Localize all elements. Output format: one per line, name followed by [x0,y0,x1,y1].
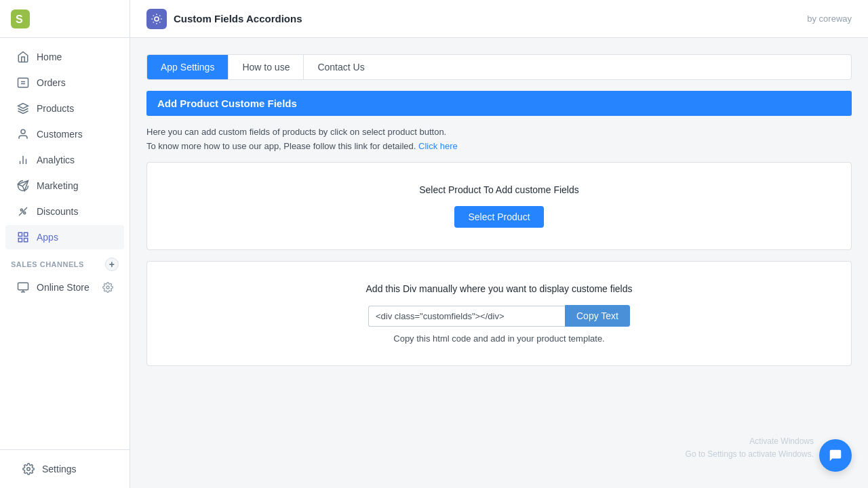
online-store-icon [16,281,30,294]
info-line-2: To know more how to use our app, Please … [146,141,852,151]
code-input[interactable] [368,306,565,327]
code-row: Copy Text [368,305,630,327]
tab-how-to-use[interactable]: How to use [229,55,304,79]
svg-rect-2 [18,78,28,87]
tab-bar: App Settings How to use Contact Us [146,54,852,80]
sidebar-item-orders-label: Orders [37,77,66,88]
add-sales-channel-button[interactable]: + [105,258,119,271]
app-icon [146,9,167,29]
svg-rect-17 [18,283,28,290]
svg-point-11 [24,212,26,214]
main-content: Custom Fields Accordions by coreway App … [130,0,868,488]
topbar-left: Custom Fields Accordions [146,9,302,29]
sidebar-logo: S [0,0,130,38]
sidebar: S Home Orders [0,0,130,488]
sidebar-item-analytics[interactable]: Analytics [5,148,124,172]
click-here-link[interactable]: Click here [418,141,458,151]
settings-label: Settings [42,464,77,474]
tab-contact-us[interactable]: Contact Us [304,55,378,79]
orders-icon [16,76,30,89]
sidebar-item-analytics-label: Analytics [37,155,75,165]
topbar: Custom Fields Accordions by coreway [130,0,868,38]
svg-rect-14 [24,232,28,236]
discounts-icon [16,205,30,218]
products-icon [16,102,30,115]
sidebar-item-orders[interactable]: Orders [5,70,124,95]
online-store-settings-icon[interactable] [102,282,113,293]
tab-app-settings[interactable]: App Settings [147,55,229,79]
svg-rect-16 [24,239,28,242]
div-card-title: Add this Div manually where you want to … [366,283,633,294]
chat-bubble-button[interactable] [819,439,852,472]
div-card-sub: Copy this html code and add in your prod… [393,333,604,344]
sidebar-item-marketing-label: Marketing [37,180,78,191]
sidebar-item-products-label: Products [37,103,74,114]
sidebar-footer: Settings [0,449,130,488]
svg-point-10 [20,209,22,211]
home-icon [16,50,30,64]
sales-channels-label: SALES CHANNELS [11,260,84,268]
chat-icon [828,448,843,463]
sidebar-item-discounts[interactable]: Discounts [5,199,124,224]
svg-line-12 [19,207,27,216]
svg-text:S: S [16,14,23,25]
sidebar-item-discounts-label: Discounts [37,206,78,217]
sidebar-item-home-label: Home [37,52,62,62]
svg-rect-15 [18,239,22,242]
sidebar-item-marketing[interactable]: Marketing [5,174,124,198]
sidebar-item-customers[interactable]: Customers [5,122,124,146]
app-title: Custom Fields Accordions [174,13,302,24]
sidebar-item-customers-label: Customers [37,129,83,140]
sidebar-item-apps-label: Apps [37,232,58,243]
customers-icon [16,127,30,141]
sidebar-item-online-store[interactable]: Online Store [5,275,124,300]
page-content: App Settings How to use Contact Us Add P… [130,38,868,488]
div-code-card: Add this Div manually where you want to … [146,261,852,366]
copy-text-button[interactable]: Copy Text [565,305,630,327]
shopify-logo-icon: S [11,9,30,28]
sidebar-item-home[interactable]: Home [5,45,124,69]
info-line-1: Here you can add custom fields of produc… [146,127,852,137]
select-product-card: Select Product To Add custome Fields Sel… [146,162,852,250]
select-product-card-title: Select Product To Add custome Fields [419,184,579,195]
svg-rect-13 [18,232,22,236]
sidebar-navigation: Home Orders Products [0,38,130,449]
sales-channels-header: SALES CHANNELS + [0,251,130,274]
online-store-label: Online Store [37,282,96,293]
sidebar-item-settings[interactable]: Settings [11,457,119,481]
settings-icon [22,462,35,476]
section-header: Add Product Custome Fields [146,91,852,116]
marketing-icon [16,179,30,192]
analytics-icon [16,153,30,167]
apps-icon [16,230,30,244]
svg-point-6 [21,129,25,134]
svg-point-20 [106,286,109,289]
sidebar-item-products[interactable]: Products [5,96,124,121]
svg-marker-5 [18,104,28,109]
sidebar-item-apps[interactable]: Apps [5,225,124,249]
svg-point-21 [27,468,31,471]
topbar-by-label: by coreway [807,14,852,24]
select-product-button[interactable]: Select Product [454,206,543,228]
svg-point-22 [155,17,159,21]
